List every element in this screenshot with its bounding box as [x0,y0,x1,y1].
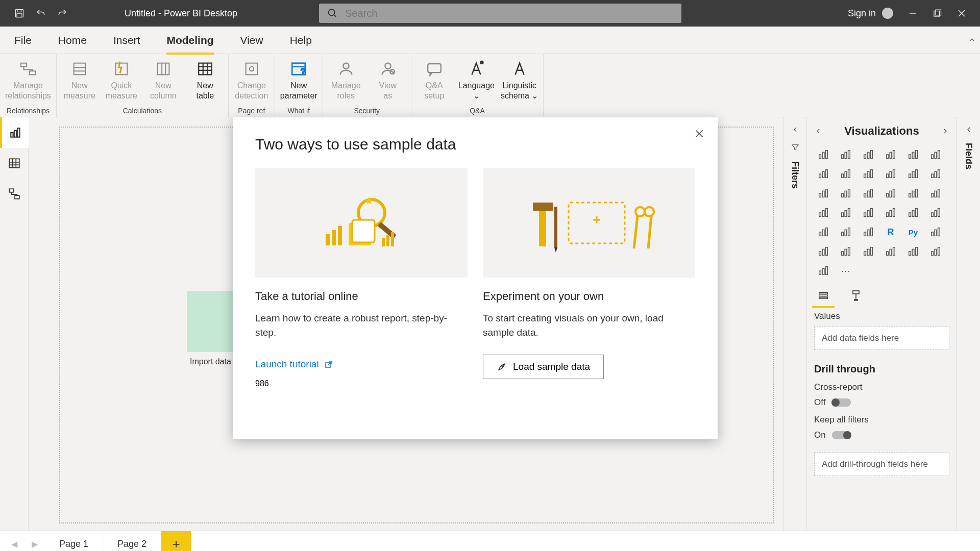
page-tab-2[interactable]: Page 2 [103,531,161,551]
viz-paginated-icon[interactable] [859,244,877,259]
viz-line-icon[interactable] [814,166,832,182]
viz-kpi-icon[interactable] [926,205,945,220]
menu-view[interactable]: View [240,27,263,54]
viz-collapse-right-icon[interactable] [941,127,949,135]
new-column-button[interactable]: Newcolumn [145,59,181,101]
viz-bar-stacked-icon[interactable] [814,147,832,162]
viz-column-100-icon[interactable] [904,147,922,162]
viz-pie-icon[interactable] [881,186,900,201]
ribbon-collapse-icon[interactable] [968,36,976,44]
viz-key-influencers-icon[interactable] [926,224,945,240]
viz-table-icon[interactable] [837,224,855,240]
keep-filters-toggle[interactable] [832,431,851,439]
load-sample-data-button[interactable]: Load sample data [483,355,604,379]
save-icon[interactable] [14,8,24,18]
close-icon[interactable] [957,8,967,18]
viz-powerapps-icon[interactable] [881,244,900,259]
add-page-button[interactable]: + [161,531,191,551]
viz-card-icon[interactable] [904,205,922,220]
dialog-close-icon[interactable] [694,129,704,139]
page-next-icon[interactable]: ▶ [24,531,45,551]
model-view-icon[interactable] [0,179,29,209]
viz-bar-clustered-icon[interactable] [837,147,855,162]
viz-py-visual-icon[interactable]: Py [904,224,922,240]
viz-bar-100-icon[interactable] [926,147,945,162]
data-view-icon[interactable] [0,148,29,179]
page-tab-1[interactable]: Page 1 [45,531,103,551]
svg-rect-122 [932,193,934,197]
page-prev-icon[interactable]: ◀ [4,531,24,551]
new-parameter-button[interactable]: ?Newparameter [280,59,317,101]
viz-filled-map-icon[interactable] [837,205,855,220]
quick-measure-button[interactable]: Quickmeasure [104,59,139,101]
new-table-icon [195,59,215,79]
viz-more-icon[interactable]: ⋯ [837,263,855,279]
cross-report-toggle[interactable] [831,398,851,407]
menu-insert[interactable]: Insert [113,27,140,54]
viz-r-visual-icon[interactable]: R [881,224,900,240]
new-measure-button[interactable]: Newmeasure [62,59,97,101]
viz-matrix-icon[interactable] [859,224,877,240]
viz-ai-icon[interactable] [904,244,922,259]
svg-rect-100 [893,170,895,178]
fields-expand-icon[interactable] [965,126,973,134]
change-detection-button[interactable]: Changedetection [234,59,270,101]
viz-funnel-icon[interactable] [837,186,855,201]
viz-ribbon-icon[interactable] [926,166,945,182]
viz-shape-map-icon[interactable] [859,205,877,220]
fields-tab-icon[interactable] [814,288,832,303]
fields-pane[interactable]: Fields [957,117,980,531]
language-button[interactable]: *Language⌄ [458,59,495,101]
viz-custom-icon[interactable] [926,244,945,259]
report-view-icon[interactable] [0,117,29,148]
viz-qna-icon[interactable] [837,244,855,259]
viz-area-stacked-icon[interactable] [859,166,877,182]
search-box[interactable] [319,4,681,23]
qa-setup-button[interactable]: Q&Asetup [416,59,452,101]
svg-rect-139 [916,209,918,217]
viz-area-icon[interactable] [837,166,855,182]
minimize-icon[interactable] [908,8,918,18]
viz-line-column-stacked-icon[interactable] [904,166,922,182]
sign-in-button[interactable]: Sign in [848,8,893,19]
viz-donut-icon[interactable] [904,186,922,201]
filters-pane[interactable]: Filters [783,117,806,531]
menu-bar: File Home Insert Modeling View Help [0,27,980,54]
filters-expand-icon[interactable] [791,126,799,134]
viz-map-icon[interactable] [814,205,832,220]
viz-slicer-icon[interactable] [814,224,832,240]
menu-modeling[interactable]: Modeling [166,27,213,54]
manage-relationships-button[interactable]: Managerelationships [5,59,51,101]
manage-roles-button[interactable]: Manageroles [328,59,364,101]
view-as-button[interactable]: Viewas [370,59,406,101]
menu-file[interactable]: File [14,27,32,54]
viz-treemap-icon[interactable] [926,186,945,201]
viz-pane-title: Visualizations [844,124,919,138]
viz-waterfall-icon[interactable] [814,186,832,201]
menu-home[interactable]: Home [58,27,87,54]
format-tab-icon[interactable] [847,288,865,303]
viz-collapse-left-icon[interactable] [814,127,822,135]
maximize-icon[interactable] [932,8,942,18]
svg-rect-71 [819,155,821,158]
svg-rect-94 [848,170,850,178]
viz-decomposition-icon[interactable] [814,244,832,259]
undo-icon[interactable] [36,8,46,18]
viz-gauge-icon[interactable] [881,205,900,220]
manage-roles-label1: Manage [331,81,361,91]
viz-column-stacked-icon[interactable] [859,147,877,162]
report-canvas[interactable]: X Import data fro Two ways to use sample… [29,117,783,531]
new-table-button[interactable]: Newtable [187,59,223,101]
redo-icon[interactable] [57,8,67,18]
search-input[interactable] [345,8,673,19]
viz-scatter-icon[interactable] [859,186,877,201]
values-drop-area[interactable]: Add data fields here [814,327,949,350]
drillthrough-drop-area[interactable]: Add drill-through fields here [814,453,949,476]
svg-rect-126 [822,210,824,216]
linguistic-schema-button[interactable]: Linguisticschema ⌄ [501,59,538,101]
viz-stream-icon[interactable] [814,263,832,279]
viz-column-clustered-icon[interactable] [881,147,900,162]
launch-tutorial-link[interactable]: Launch tutorial [255,359,333,370]
viz-line-column-icon[interactable] [881,166,900,182]
menu-help[interactable]: Help [290,27,312,54]
